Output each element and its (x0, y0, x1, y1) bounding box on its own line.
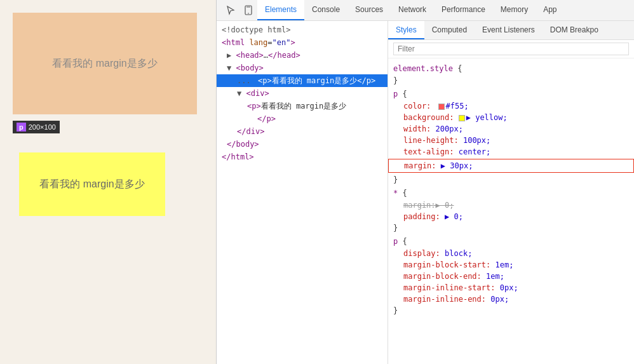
rule-p-textalign[interactable]: text-align: center; (388, 146, 634, 158)
rule-p-lineheight[interactable]: line-height: 100px; (388, 135, 634, 146)
rule-p-color[interactable]: color: #f55; (388, 100, 634, 112)
rule-selector-element-style[interactable]: element.style { (388, 62, 634, 75)
rule-star-margin[interactable]: margin:▶ 0; (388, 199, 634, 211)
rule-p-margin-outlined: margin: ▶ 30px; (388, 159, 634, 173)
rule-p-width[interactable]: width: 200px; (388, 123, 634, 135)
orange-box: 看看我的 margin是多少 p 200×100 (13, 13, 197, 114)
tree-line-p-close[interactable]: </p> (217, 112, 388, 125)
devtools-toolbar: Elements Console Sources Network Perform… (217, 0, 634, 21)
tree-line-head[interactable]: ▶ <head>…</head> (217, 49, 388, 62)
rule-p-ua-mis[interactable]: margin-inline-start: 0px; (388, 282, 634, 293)
rule-p-background[interactable]: background: ▶ yellow; (388, 112, 634, 123)
tree-line-doctype: <!doctype html> (217, 24, 388, 36)
rule-p-ua-mbe[interactable]: margin-block-end: 1em; (388, 271, 634, 282)
rule-p-ua-mbs[interactable]: margin-block-start: 1em; (388, 259, 634, 271)
rule-close-element-style: } (388, 75, 634, 86)
tab-app[interactable]: App (536, 0, 564, 20)
subtab-styles[interactable]: Styles (388, 21, 424, 39)
tree-line-p-inner[interactable]: <p>看看我的 margin是多少 (217, 100, 388, 112)
subtab-dom-breakpoints[interactable]: DOM Breakpo (543, 21, 606, 39)
styles-panel: Styles Computed Event Listeners DOM Brea… (388, 21, 634, 364)
yellow-box-text: 看看我的 margin是多少 (39, 178, 144, 191)
rule-close-star: } (388, 222, 634, 234)
tree-line-body-close[interactable]: </body> (217, 138, 388, 151)
preview-panel: 看看我的 margin是多少 p 200×100 看看我的 margin是多少 (0, 0, 216, 364)
tab-sources[interactable]: Sources (347, 0, 391, 20)
tab-elements[interactable]: Elements (257, 0, 304, 20)
devtools-top-tabs: Elements Console Sources Network Perform… (257, 0, 565, 20)
html-tree-panel: <!doctype html> <html lang="en"> ▶ <head… (217, 21, 388, 364)
yellow-box: 看看我的 margin是多少 (19, 152, 165, 216)
rule-element-style: element.style { } (388, 62, 634, 86)
element-tag-label: p (17, 123, 26, 131)
tree-line-html-close[interactable]: </html> (217, 151, 388, 163)
rule-p-ua: p { display: block; margin-block-start: … (388, 235, 634, 316)
rule-selector-p-ua[interactable]: p { (388, 235, 634, 248)
rule-selector-star[interactable]: * { (388, 187, 634, 199)
rule-close-p-ua: } (388, 305, 634, 316)
tree-line-p-selected[interactable]: ... <p>看看我的 margin是多少</p> (217, 74, 388, 87)
tree-line-body[interactable]: ▼ <body> (217, 62, 388, 74)
rule-p-ua-mie[interactable]: margin-inline-end: 0px; (388, 293, 634, 305)
element-tooltip: p 200×100 (13, 121, 60, 133)
subtab-computed[interactable]: Computed (424, 21, 475, 39)
tree-line-div[interactable]: ▼ <div> (217, 87, 388, 100)
cursor-icon[interactable] (222, 1, 239, 19)
tree-line-div-close[interactable]: </div> (217, 125, 388, 138)
tab-memory[interactable]: Memory (493, 0, 536, 20)
filter-bar (388, 40, 634, 58)
tab-console[interactable]: Console (304, 0, 347, 20)
rule-star: * { margin:▶ 0; padding: ▶ 0; } (388, 187, 634, 234)
rule-close-p-main: } (388, 174, 634, 185)
subtab-event-listeners[interactable]: Event Listeners (475, 21, 543, 39)
orange-box-text: 看看我的 margin是多少 (52, 57, 157, 71)
mobile-icon[interactable] (239, 1, 257, 19)
sub-tabs: Styles Computed Event Listeners DOM Brea… (388, 21, 634, 40)
element-dimensions: 200×100 (29, 123, 56, 131)
rule-p-main: p { color: #f55; background: ▶ yellow; w… (388, 88, 634, 185)
tab-performance[interactable]: Performance (434, 0, 493, 20)
devtools-panel: Elements Console Sources Network Perform… (216, 0, 634, 364)
devtools-main: <!doctype html> <html lang="en"> ▶ <head… (217, 21, 634, 364)
filter-input[interactable] (393, 43, 629, 55)
tree-line-html[interactable]: <html lang="en"> (217, 36, 388, 49)
svg-point-1 (248, 13, 249, 14)
rule-star-padding[interactable]: padding: ▶ 0; (388, 211, 634, 222)
rule-p-margin[interactable]: margin: ▶ 30px; (389, 160, 633, 172)
tab-network[interactable]: Network (391, 0, 434, 20)
css-rules: element.style { } p { color: #f55; (388, 58, 634, 364)
rule-selector-p-main[interactable]: p { (388, 88, 634, 100)
rule-p-ua-display[interactable]: display: block; (388, 248, 634, 259)
